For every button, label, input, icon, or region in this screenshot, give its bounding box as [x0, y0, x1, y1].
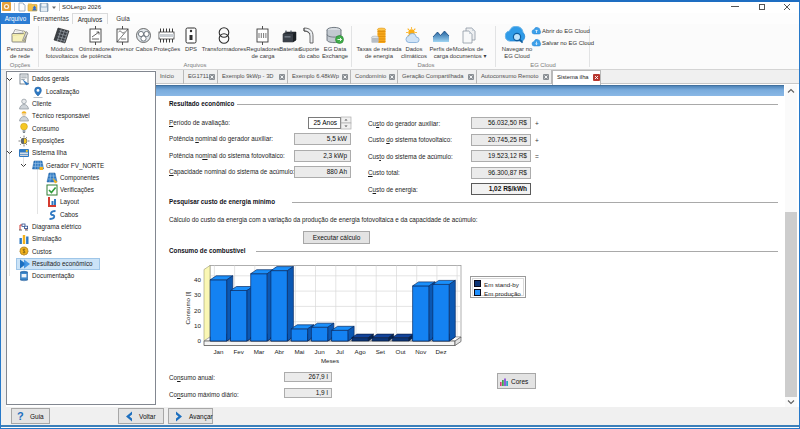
svg-text:Meses: Meses: [321, 357, 339, 364]
svg-text:40: 40: [194, 276, 201, 283]
svg-text:Mar: Mar: [254, 348, 265, 355]
svg-text:Jun: Jun: [315, 348, 326, 355]
svg-text:?: ?: [17, 410, 24, 422]
svg-text:Abr: Abr: [274, 348, 284, 355]
svg-text:Jan: Jan: [214, 348, 225, 355]
svg-text:Mai: Mai: [294, 348, 304, 355]
svg-text:10: 10: [194, 322, 201, 329]
svg-text:Fev: Fev: [234, 348, 245, 355]
svg-text:Dez: Dez: [435, 348, 446, 355]
svg-text:0: 0: [198, 337, 202, 344]
svg-text:Set: Set: [376, 348, 386, 355]
svg-text:30: 30: [194, 291, 201, 298]
svg-text:Ago: Ago: [355, 348, 367, 355]
svg-text:Jul: Jul: [336, 348, 344, 355]
svg-text:20: 20: [194, 307, 201, 314]
svg-text:Nov: Nov: [415, 348, 427, 355]
svg-text:Out: Out: [396, 348, 406, 355]
svg-text:Consumo [l]: Consumo [l]: [184, 291, 191, 324]
